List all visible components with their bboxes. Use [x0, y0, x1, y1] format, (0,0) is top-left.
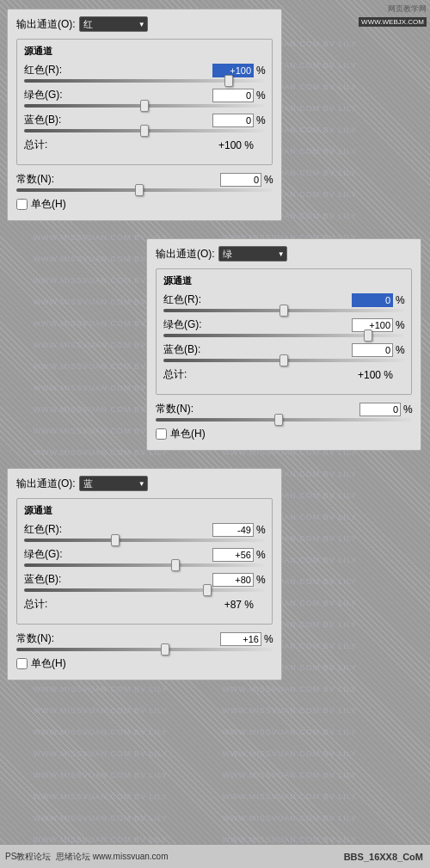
blue-input-3[interactable]: [212, 573, 254, 587]
constant-input-2[interactable]: [359, 403, 401, 416]
green-input-3[interactable]: [212, 548, 254, 562]
red-slider-track-2[interactable]: [163, 309, 404, 312]
output-channel-row-2: 输出通道(O): 红 绿 蓝: [156, 246, 412, 262]
blue-slider-thumb-2[interactable]: [280, 354, 288, 366]
green-slider-row-1[interactable]: [24, 104, 265, 108]
mono-label-2: 单色(H): [170, 427, 206, 441]
red-slider-thumb-2[interactable]: [280, 305, 288, 317]
green-label-2: 绿色(G):: [163, 317, 222, 332]
green-slider-thumb-1[interactable]: [140, 100, 149, 112]
green-slider-row-2[interactable]: [163, 334, 404, 337]
constant-percent-2: %: [403, 403, 412, 416]
green-slider-track-3[interactable]: [24, 563, 265, 567]
select-wrapper-1[interactable]: 红 绿 蓝: [79, 16, 148, 32]
mono-label-3: 单色(H): [31, 656, 66, 671]
red-input-1[interactable]: [212, 64, 254, 77]
total-label-2: 总计:: [163, 367, 187, 382]
constant-input-1[interactable]: [220, 173, 261, 187]
blue-percent-1: %: [256, 114, 265, 126]
constant-slider-row-2[interactable]: [156, 418, 412, 422]
blue-slider-track-3[interactable]: [24, 588, 265, 592]
red-input-2[interactable]: [352, 293, 393, 307]
blue-slider-track-2[interactable]: [163, 359, 404, 362]
mono-checkbox-2[interactable]: [156, 428, 167, 440]
constant-slider-row-1[interactable]: [16, 188, 273, 192]
select-wrapper-2[interactable]: 红 绿 蓝: [218, 246, 287, 262]
blue-slider-thumb-3[interactable]: [203, 584, 212, 596]
mono-checkbox-row-3[interactable]: 单色(H): [16, 656, 273, 671]
blue-percent-3: %: [256, 574, 265, 586]
blue-slider-track-1[interactable]: [24, 129, 265, 132]
green-label-1: 绿色(G):: [24, 88, 83, 102]
output-label-1: 输出通道(O):: [16, 17, 76, 32]
total-row-2: 总计: +100 %: [163, 367, 404, 382]
red-slider-track-3[interactable]: [24, 539, 265, 542]
green-slider-thumb-3[interactable]: [171, 559, 180, 571]
output-channel-row-1: 输出通道(O): 红 绿 蓝: [16, 16, 273, 32]
blue-slider-row-2[interactable]: [163, 359, 404, 362]
total-label-3: 总计:: [24, 597, 47, 612]
blue-row-3: 蓝色(B): %: [24, 572, 265, 587]
green-slider-track-1[interactable]: [24, 104, 265, 108]
constant-slider-track-1[interactable]: [16, 188, 273, 192]
green-input-1[interactable]: [212, 89, 254, 102]
top-logo-area: 网页教学网 WWW.WEBJX.COM: [353, 0, 430, 27]
green-slider-track-2[interactable]: [163, 334, 404, 337]
red-label-2: 红色(R):: [163, 292, 222, 307]
red-slider-track-1[interactable]: [24, 79, 265, 83]
channel-select-2[interactable]: 红 绿 蓝: [218, 246, 287, 262]
red-label-3: 红色(R):: [24, 522, 83, 537]
red-input-3[interactable]: [212, 523, 254, 537]
constant-row-3: 常数(N): %: [16, 631, 273, 646]
blue-input-2[interactable]: [352, 343, 393, 357]
green-input-2[interactable]: [352, 318, 393, 332]
constant-slider-track-3[interactable]: [16, 648, 273, 651]
red-slider-row-2[interactable]: [163, 309, 404, 312]
blue-label-2: 蓝色(B):: [163, 342, 222, 357]
mono-checkbox-row-1[interactable]: 单色(H): [16, 197, 273, 212]
mono-checkbox-row-2[interactable]: 单色(H): [156, 427, 412, 441]
red-label-1: 红色(R):: [24, 63, 83, 77]
red-percent-1: %: [256, 65, 265, 77]
blue-input-1[interactable]: [212, 114, 254, 127]
blue-label-1: 蓝色(B):: [24, 113, 83, 127]
constant-slider-thumb-1[interactable]: [135, 184, 144, 196]
constant-slider-thumb-2[interactable]: [274, 414, 283, 426]
red-slider-row-1[interactable]: [24, 79, 265, 83]
blue-slider-row-3[interactable]: [24, 588, 265, 592]
select-wrapper-3[interactable]: 红 绿 蓝: [79, 476, 148, 491]
green-label-3: 绿色(G):: [24, 547, 83, 562]
green-slider-row-3[interactable]: [24, 563, 265, 567]
blue-slider-row-1[interactable]: [24, 129, 265, 132]
constant-slider-row-3[interactable]: [16, 648, 273, 651]
blue-slider-thumb-1[interactable]: [140, 125, 149, 137]
output-label-3: 输出通道(O):: [16, 477, 76, 491]
mono-checkbox-1[interactable]: [16, 199, 28, 210]
bbs-text-left: BBS_16XX8_: [344, 852, 403, 862]
source-group-title-2: 源通道: [163, 274, 404, 287]
wm35: WWW.MISSVUAN.COM BV LILY WWW.MISSVUAN.CO…: [0, 766, 430, 785]
constant-section-3: 常数(N): %: [16, 631, 273, 651]
bbs-text-com: CoM: [402, 852, 423, 862]
source-group-1: 源通道 红色(R): % 绿色(G): % 蓝色(B): %: [16, 39, 273, 165]
constant-slider-track-2[interactable]: [156, 418, 412, 422]
constant-section-2: 常数(N): %: [156, 402, 412, 422]
forum-link[interactable]: 思绪论坛 www.missvuan.com: [56, 852, 169, 861]
bottom-bar: PS教程论坛 思绪论坛 www.missvuan.com BBS_16XX8_C…: [0, 844, 430, 868]
mono-checkbox-3[interactable]: [16, 658, 28, 669]
channel-select-1[interactable]: 红 绿 蓝: [79, 16, 148, 32]
bottom-bar-right: BBS_16XX8_CoM: [344, 852, 430, 862]
constant-slider-thumb-3[interactable]: [161, 643, 169, 656]
channel-select-3[interactable]: 红 绿 蓝: [79, 476, 148, 491]
red-slider-thumb-1[interactable]: [224, 75, 233, 87]
output-channel-row-3: 输出通道(O): 红 绿 蓝: [16, 476, 273, 491]
panel-green: 输出通道(O): 红 绿 蓝 源通道 红色(R): % 绿色(G): %: [146, 238, 421, 451]
constant-input-3[interactable]: [220, 632, 261, 646]
wm36: WWW.MISSVUAN.COM BV LILY WWW.MISSVUAN.CO…: [0, 787, 430, 806]
source-group-title-1: 源通道: [24, 45, 265, 58]
green-percent-2: %: [396, 319, 404, 331]
red-slider-row-3[interactable]: [24, 539, 265, 542]
constant-label-1: 常数(N):: [16, 172, 75, 187]
green-slider-thumb-2[interactable]: [364, 329, 372, 342]
red-slider-thumb-3[interactable]: [111, 534, 120, 546]
